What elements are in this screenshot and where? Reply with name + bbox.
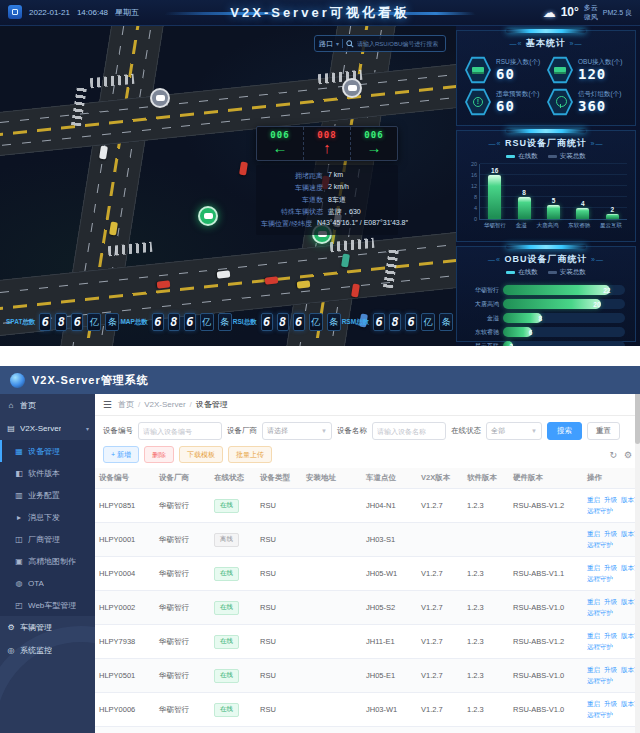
counter-digit: 8 <box>55 313 67 331</box>
sidebar-item-software[interactable]: ◧软件版本 <box>0 462 95 484</box>
scrollbar[interactable] <box>635 366 640 733</box>
row-action-link[interactable]: 远程守护 <box>587 507 613 514</box>
row-action-link[interactable]: 升级 <box>604 496 617 503</box>
sidebar-menu: ⌂首页▤V2X-Server▾▦设备管理◧软件版本▥业务配置▸消息下发◫厂商管理… <box>0 394 95 662</box>
stat-item: RSU接入数(个)60 <box>465 56 545 84</box>
row-action-link[interactable]: 重启 <box>587 700 600 707</box>
counter-label: MAP总数 <box>120 318 147 327</box>
sidebar-collapse-icon[interactable]: ☰ <box>103 399 112 410</box>
sidebar-item-monitor[interactable]: ◎系统监控 <box>0 639 95 662</box>
sidebar-item-config[interactable]: ▥业务配置 <box>0 484 95 506</box>
row-action-link[interactable]: 升级 <box>604 530 617 537</box>
map-search-input[interactable] <box>357 41 441 47</box>
row-action-link[interactable]: 升级 <box>604 666 617 673</box>
signal-info-label: 拥堵距离 <box>261 171 323 181</box>
row-action-link[interactable]: 远程守护 <box>587 609 613 616</box>
breadcrumb-item[interactable]: V2X-Server <box>144 400 185 409</box>
row-action-link[interactable]: 重启 <box>587 632 600 639</box>
sidebar-item-label: 高精地图制作 <box>28 556 76 567</box>
rsu-map-marker[interactable] <box>150 88 170 108</box>
obu-vendor-panel: ―« OBU设备厂商统计 »― 在线数安装总数 华砺智行22大唐高鸿20金溢8东… <box>456 246 636 342</box>
obu-bar-value: 8 <box>538 315 542 322</box>
obu-bar-chart: 华砺智行22大唐高鸿20金溢8东软睿驰6星云互联2 <box>457 277 635 346</box>
row-action-link[interactable]: 重启 <box>587 598 600 605</box>
vehicle-marker <box>217 270 231 278</box>
counter-unit: 条 <box>439 313 453 331</box>
header-weather: ☁ 10° 多云 微风 PM2.5 良 <box>543 3 632 21</box>
cell-actions: 重启升级版本更新远程守护 <box>583 523 640 557</box>
refresh-icon[interactable]: ↻ <box>609 450 617 460</box>
row-action-link[interactable]: 远程守护 <box>587 541 613 548</box>
row-action-link[interactable]: 升级 <box>604 598 617 605</box>
sidebar-item-server[interactable]: ▤V2X-Server▾ <box>0 417 95 440</box>
sidebar-item-device[interactable]: ▦设备管理 <box>0 440 95 462</box>
chevron-down-icon: ▼ <box>531 428 537 434</box>
row-action-link[interactable]: 远程守护 <box>587 677 613 684</box>
cell-device-id: HLPY0001 <box>95 523 155 557</box>
basic-stats-title: 基本统计 <box>526 38 566 48</box>
bar-value: 4 <box>581 200 585 207</box>
counter-digit: 6 <box>405 313 417 331</box>
cell-status: 在线 <box>210 625 256 659</box>
message-counters: SPAT总数686亿条MAP总数686亿条RSI总数686亿条RSM总数686亿… <box>2 302 454 342</box>
cell-vendor: 华砺智行 <box>155 591 210 625</box>
signal-phase: 006→ <box>351 127 397 160</box>
cell-point: JH03-S1 <box>362 523 417 557</box>
sidebar-item-web[interactable]: ◰Web车型管理 <box>0 594 95 616</box>
row-action-link[interactable]: 升级 <box>604 700 617 707</box>
action-button[interactable]: + 新增 <box>103 446 139 463</box>
bar <box>606 214 619 220</box>
row-action-link[interactable]: 升级 <box>604 632 617 639</box>
map-icon: ▣ <box>14 557 24 566</box>
breadcrumb-item[interactable]: 首页 <box>118 399 134 410</box>
cell-address <box>302 693 362 727</box>
sidebar-item-map[interactable]: ▣高精地图制作 <box>0 550 95 572</box>
sidebar-item-vendor[interactable]: ◫厂商管理 <box>0 528 95 550</box>
map-search-bar[interactable]: 路口 ▾ <box>314 35 446 52</box>
row-action-link[interactable]: 升级 <box>604 564 617 571</box>
search-button[interactable]: 搜索 <box>547 422 582 440</box>
reset-button[interactable]: 重置 <box>587 422 620 440</box>
traffic-map[interactable]: 路口 ▾ 006←008↑006→ 拥堵距离7 km车辆速度2 km/h车道数8… <box>0 26 456 346</box>
search-category[interactable]: 路口 <box>319 39 333 49</box>
obu-bar-track: 20 <box>503 299 625 309</box>
y-axis-tick: 8 <box>474 194 477 200</box>
device-id-input[interactable] <box>138 422 222 440</box>
cell-software-version: 1.2.3 <box>463 659 509 693</box>
bar <box>547 205 560 219</box>
action-button[interactable]: 下载模板 <box>179 446 223 463</box>
obu-bar-track: 22 <box>503 285 625 295</box>
cloud-icon: ☁ <box>543 5 556 20</box>
obu-bar-row: 星云互联2 <box>463 341 625 346</box>
action-button[interactable]: 批量上传 <box>228 446 272 463</box>
chevron-down-icon: ▼ <box>321 428 327 434</box>
status-select[interactable]: 全部 ▼ <box>486 422 542 440</box>
row-action-link[interactable]: 远程守护 <box>587 643 613 650</box>
vehicle-map-marker[interactable] <box>198 206 218 226</box>
row-action-link[interactable]: 远程守护 <box>587 575 613 582</box>
cell-status: 离线 <box>210 523 256 557</box>
rsu-map-marker[interactable] <box>342 78 362 98</box>
obu-bar-track: 8 <box>503 313 625 323</box>
sidebar-item-home[interactable]: ⌂首页 <box>0 394 95 417</box>
row-action-link[interactable]: 远程守护 <box>587 711 613 718</box>
row-action-link[interactable]: 重启 <box>587 666 600 673</box>
settings-icon[interactable]: ⚙ <box>624 450 632 460</box>
sidebar-item-vehicle[interactable]: ⚙车辆管理 <box>0 616 95 639</box>
cell-status: 离线 <box>210 727 256 733</box>
sidebar-item-ota[interactable]: ◍OTA <box>0 572 95 594</box>
cell-point: JH05-W1 <box>362 557 417 591</box>
y-axis-tick: 20 <box>471 161 477 167</box>
table-row: HLPY1937华砺智行离线RSUJH11-W2V1.2.71.2.3RSU-A… <box>95 727 640 733</box>
stat-item: OBU接入数(个)120 <box>547 56 627 84</box>
sidebar-item-label: 消息下发 <box>28 512 60 523</box>
row-action-link[interactable]: 重启 <box>587 496 600 503</box>
device-name-input[interactable] <box>372 422 446 440</box>
vendor-select-value: 请选择 <box>267 426 288 436</box>
bar-column: 4 <box>576 164 589 219</box>
row-action-link[interactable]: 重启 <box>587 530 600 537</box>
row-action-link[interactable]: 重启 <box>587 564 600 571</box>
vendor-select[interactable]: 请选择 ▼ <box>262 422 332 440</box>
sidebar-item-message[interactable]: ▸消息下发 <box>0 506 95 528</box>
action-button[interactable]: 删除 <box>144 446 174 463</box>
